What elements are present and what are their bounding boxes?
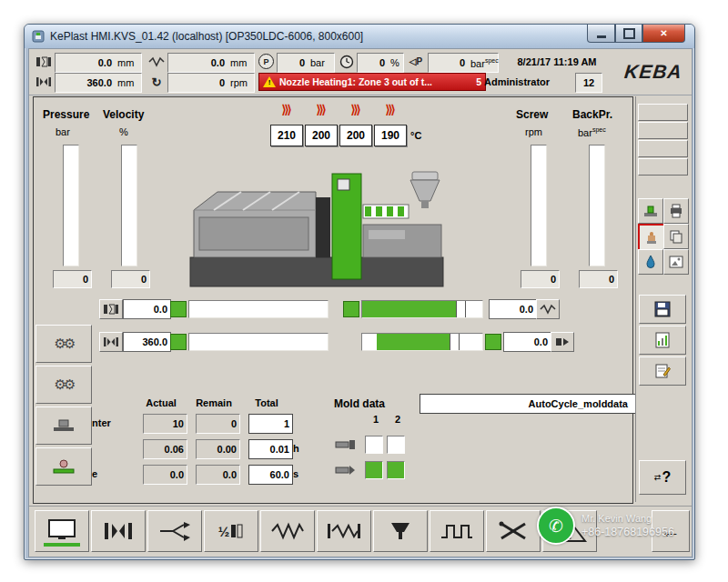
counter-row-label: nter [92,417,111,428]
mode-button-3[interactable] [35,406,92,445]
window-titlebar[interactable]: KePlast HMI.KVS_01.42 (localhost) [OP350… [25,25,694,48]
alarm-text: Nozzle Heating1: Zone 3 out of t... [279,76,472,87]
nozzle-valve-icon [382,520,419,542]
hours-actual-cell: 0.06 [143,439,187,459]
sidebar-save-button[interactable] [639,295,686,324]
picture-icon [669,255,683,269]
carriage-stroke-icon [147,55,166,69]
maximize-button[interactable] [615,25,642,43]
autocycle-molddata-button[interactable]: AutoCycle_molddata [420,394,636,414]
backpressure-field: 0 barspec [428,53,499,73]
alarm-warning-icon: ! [263,76,276,87]
hours-total-input[interactable]: 0.01 [248,439,293,459]
backpressure-axis-icon [551,332,574,352]
sidebar-machine-button[interactable] [638,198,663,224]
mold-stroke-icon [35,55,53,69]
pressure-gauge-title: Pressure [43,108,89,121]
gears-icon: ⚙⚙ [55,376,74,393]
maximize-icon [623,28,635,39]
sidebar-slot-4[interactable] [638,158,688,176]
toolbar-overview-button[interactable] [35,510,89,552]
toolbar-ejector-button[interactable] [147,510,202,552]
time-row-label: e [92,468,97,479]
watermark-phone: +86-18768196956 [581,526,674,539]
minimize-button[interactable] [587,25,615,43]
toolbar-clamp-button[interactable] [91,510,146,552]
mode-button-1[interactable]: ⚙⚙ [35,325,92,363]
screw-rotation-icon [326,520,362,542]
cooling-field: 0% [357,53,404,73]
mode-button-2[interactable]: ⚙⚙ [35,366,92,404]
mold-col2-label: 2 [390,414,405,425]
backpressure-axis-slider[interactable] [450,333,460,351]
sidebar-notes-button[interactable] [639,356,686,386]
mold-half-icon [229,522,244,540]
sidebar-slot-1[interactable] [638,104,688,121]
clamp-axis-bar [188,300,329,318]
toolbar-tools-button[interactable] [486,510,541,552]
mold-core2-slot2[interactable] [387,461,405,479]
toolbar-mold-half-button[interactable]: ½ [204,510,258,552]
sidebar-lubrication-button[interactable] [638,249,663,275]
keba-logo: KEBA [619,53,688,91]
mold-core2-icon [334,463,358,477]
pressure-gauge-unit: bar [56,126,70,137]
sidebar-report-button[interactable] [639,326,686,355]
counter-remain-cell: 0 [196,414,240,434]
sidebar-help-button[interactable]: ⇄ ? [639,460,686,495]
sidebar-copy-button[interactable] [663,224,689,249]
time-remain-cell: 0.0 [196,465,240,485]
toolbar-pulse-button[interactable] [430,510,484,552]
screw-axis-slider[interactable] [456,300,466,318]
clock-icon [339,54,354,69]
sidebar-image-button[interactable] [663,249,689,275]
col-header-remain: Remain [188,397,239,408]
backpressure-gauge-value: 0 [579,270,618,288]
sidebar-manual-button[interactable] [638,224,665,251]
mode-button-4[interactable] [35,447,92,486]
sidebar-print-button[interactable] [663,198,689,224]
tools-icon [495,520,531,542]
temp-zone1-field[interactable]: 210 [270,125,303,146]
pressure-field: 0bar [277,53,335,73]
clamp-axis-status [170,301,187,317]
temp-zone4-field[interactable]: 190 [374,125,407,146]
toolbar-nozzle-button[interactable] [373,510,428,552]
droplet-icon [643,255,658,269]
alarm-count: 5 [476,76,481,87]
sidebar-slot-2[interactable] [638,122,688,139]
counter-total-input[interactable]: 1 [248,414,293,434]
mold-core2-slot1[interactable] [365,461,383,479]
copy-icon [669,229,683,244]
sidebar: ⇄ ? [635,96,689,502]
close-icon: ✕ [660,28,667,38]
temp-unit-label: °C [410,130,421,141]
note-edit-icon [654,363,671,379]
carriage-stroke-field: 0.0mm [167,53,255,73]
clamp-axis-icon [99,299,123,319]
printer-icon [669,204,683,218]
time-unit-label: s [293,468,298,479]
temp-zone2-field[interactable]: 200 [305,125,338,146]
time-total-input[interactable]: 60.0 [248,465,293,485]
mold-core1-slot2[interactable] [387,436,405,454]
heating-zone3-flame-icon: ⟩⟩⟩ [339,103,370,116]
screw-speed-field: 0rpm [167,73,255,93]
machine-small-icon [643,204,658,218]
pressure-gauge-value: 0 [53,270,92,288]
mold-core1-icon [334,437,358,452]
minimize-icon [597,35,606,38]
close-button[interactable]: ✕ [642,25,685,43]
window-controls: ✕ [587,25,685,43]
whatsapp-icon: ✆ [537,507,575,545]
toolbar-injection-button[interactable] [260,510,315,552]
temp-zone3-field[interactable]: 200 [339,125,372,146]
mold-core1-slot1[interactable] [365,436,383,454]
screw-gauge-bar [531,145,547,266]
toolbar-plasticizing-button[interactable] [317,510,371,552]
screw-gauge-value: 0 [521,270,560,288]
sidebar-slot-3[interactable] [638,140,688,157]
alarm-banner[interactable]: ! Nozzle Heating1: Zone 3 out of t... 5 [258,73,486,91]
watermark-name: Mr. Kevin Wang [581,512,674,526]
heating-zone2-flame-icon: ⟩⟩⟩ [305,103,336,116]
